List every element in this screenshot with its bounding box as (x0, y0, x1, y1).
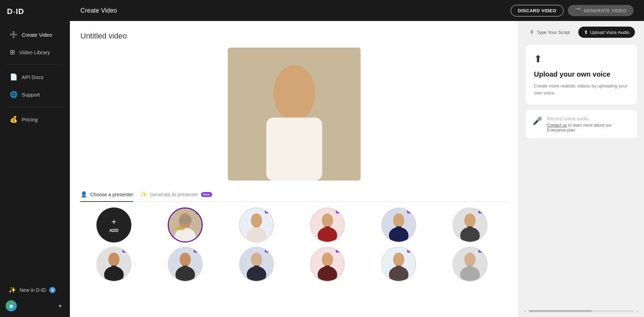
svg-rect-0 (228, 48, 361, 181)
new-badge: New (201, 192, 212, 197)
new-in-did[interactable]: ✨ New in D-ID 8 (6, 283, 64, 297)
svg-rect-1 (228, 48, 361, 181)
logo: D-ID (7, 7, 24, 16)
tab-choose-presenter[interactable]: 👤 Choose a presenter (80, 188, 133, 202)
presenter-selected[interactable]: ✕ (152, 207, 219, 242)
upload-box[interactable]: ⬆ Upload your own voice Create more real… (526, 45, 637, 105)
svg-point-41 (108, 253, 120, 267)
svg-point-57 (393, 253, 404, 267)
upload-audio-label: Upload Voice Audio (590, 30, 630, 35)
generate-video-button[interactable]: 🎬 GENERATE VIDEO (568, 5, 634, 16)
video-icon: 🎬 (575, 8, 581, 13)
svg-point-17 (299, 94, 308, 99)
presenter-grid-row: + ADD (80, 207, 508, 282)
svg-point-8 (294, 117, 319, 128)
contact-us-link[interactable]: Contact us (547, 123, 567, 128)
avatar-2: HQ (310, 207, 345, 242)
hq-badge: HQ (478, 210, 485, 213)
sidebar-item-label: API Docs (22, 74, 44, 80)
person-icon: 👤 (80, 191, 87, 198)
roman-figure-svg (228, 48, 361, 181)
tab-generate-ai[interactable]: ✨ Generate AI presenter New (140, 188, 212, 202)
svg-point-53 (322, 253, 333, 267)
svg-point-12 (272, 77, 285, 98)
sidebar-bottom-row: ◉ ▾ (6, 300, 64, 311)
new-in-did-label: New in D-ID (20, 287, 46, 293)
svg-point-33 (393, 213, 404, 227)
presenter-card-10[interactable]: HQ (436, 247, 504, 282)
sidebar-item-support[interactable]: 🌐 Support (3, 86, 67, 103)
presenter-card-4[interactable]: HQ (436, 207, 504, 242)
tab-type-script[interactable]: 🎙 Type Your Script (524, 27, 576, 38)
sidebar-item-pricing[interactable]: 💰 Pricing (3, 111, 67, 127)
tab-label: Generate AI presenter (150, 192, 198, 197)
svg-rect-5 (343, 48, 354, 146)
discard-video-button[interactable]: DISCARD VIDEO (511, 5, 564, 16)
svg-rect-4 (326, 48, 336, 146)
microphone-icon: 🎤 (533, 117, 542, 126)
presenter-card-9[interactable]: HQ (365, 247, 432, 282)
presenter-add-card[interactable]: + ADD (80, 207, 147, 242)
avatar-10: HQ (453, 247, 487, 282)
video-title-input[interactable] (80, 31, 508, 41)
video-preview (228, 48, 361, 181)
record-content: Record voice audio Contact us to learn m… (547, 116, 630, 133)
sidebar-logo: D-ID (0, 0, 70, 23)
create-video-icon: ➕ (10, 31, 17, 38)
sidebar-nav: ➕ Create Video ⊞ Video Library 📄 API Doc… (0, 23, 70, 131)
hq-badge: HQ (122, 249, 129, 253)
presenter-card-2[interactable]: HQ (294, 207, 361, 242)
right-panel: 🎙 Type Your Script ⬆ Upload Voice Audio … (518, 21, 644, 317)
svg-point-20 (179, 216, 191, 224)
presenter-card-6[interactable]: HQ (152, 247, 219, 282)
scroll-bar-track[interactable] (529, 310, 634, 312)
svg-point-29 (322, 213, 333, 227)
avatar-5: HQ (96, 247, 131, 282)
page-title: Create Video (80, 7, 117, 14)
selected-avatar: ✕ (168, 207, 203, 242)
scroll-bar-thumb[interactable] (529, 310, 592, 312)
avatar-7: HQ (239, 247, 274, 282)
type-script-label: Type Your Script (537, 30, 570, 35)
sparkle-icon: ✨ (8, 286, 16, 294)
hq-badge: HQ (265, 249, 272, 253)
record-link: Contact us to learn more about our Enter… (547, 123, 630, 133)
upload-box-icon: ⬆ (534, 53, 629, 65)
center-panel: 👤 Choose a presenter ✨ Generate AI prese… (70, 21, 518, 317)
hq-badge: HQ (336, 210, 343, 213)
upload-title: Upload your own voice (534, 70, 629, 78)
svg-point-15 (298, 90, 303, 93)
add-avatar[interactable]: + ADD (96, 207, 131, 242)
add-label: ADD (109, 228, 118, 233)
presenter-card-1[interactable]: HQ (223, 207, 290, 242)
svg-point-14 (285, 90, 290, 93)
hq-badge: HQ (265, 210, 272, 213)
record-title: Record voice audio (547, 116, 630, 121)
video-library-icon: ⊞ (10, 48, 15, 56)
sidebar-item-video-library[interactable]: ⊞ Video Library (3, 44, 67, 60)
scroll-right-arrow[interactable]: › (637, 308, 638, 314)
tab-label: Choose a presenter (90, 192, 133, 197)
expand-button[interactable]: ▾ (56, 301, 64, 311)
svg-rect-3 (252, 48, 263, 146)
scroll-left-arrow[interactable]: ‹ (524, 308, 526, 314)
presenter-card-5[interactable]: HQ (80, 247, 147, 282)
sidebar-divider-2 (7, 107, 63, 107)
tab-upload-audio[interactable]: ⬆ Upload Voice Audio (578, 27, 635, 38)
presenter-card-8[interactable]: HQ (294, 247, 361, 282)
upload-description: Create more realistic videos by uploadin… (534, 83, 629, 96)
presenter-card-7[interactable]: HQ (223, 247, 290, 282)
sidebar-item-api-docs[interactable]: 📄 API Docs (3, 69, 67, 85)
panel-scrollbar: ‹ › (519, 305, 644, 317)
hq-badge: HQ (407, 249, 414, 253)
svg-point-25 (251, 213, 262, 227)
svg-rect-9 (289, 102, 299, 118)
sidebar-item-create-video[interactable]: ➕ Create Video (3, 27, 67, 43)
upload-panel: ⬆ Upload your own voice Create more real… (519, 38, 644, 305)
svg-point-37 (464, 213, 476, 227)
presenter-grid: + ADD (80, 207, 504, 282)
user-avatar[interactable]: ◉ (6, 300, 17, 311)
close-icon[interactable]: ✕ (195, 209, 202, 215)
presenter-card-3[interactable]: HQ (365, 207, 432, 242)
support-icon: 🌐 (10, 91, 17, 98)
